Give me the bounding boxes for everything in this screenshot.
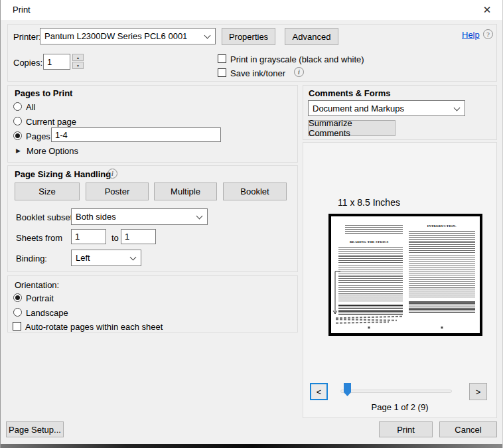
current-page-radio[interactable] [13, 117, 22, 125]
poster-button[interactable]: Poster [86, 183, 149, 200]
dialog-title: Print [13, 5, 31, 15]
stepper-up-icon[interactable]: ▲ [72, 54, 84, 61]
page-setup-button[interactable]: Page Setup... [6, 421, 64, 437]
title-bar: Print ✕ [1, 0, 503, 20]
copies-stepper: ▲ ▼ [72, 54, 84, 69]
printer-select[interactable]: Pantum L2300DW Series PCL6 0001 [40, 28, 216, 44]
sheets-from-input[interactable] [71, 229, 106, 244]
copies-input[interactable] [43, 54, 70, 70]
preview-text-lines [409, 277, 476, 299]
help-link[interactable]: Help [462, 30, 480, 40]
to-label: to [111, 233, 119, 243]
printer-panel: Printer: Pantum L2300DW Series PCL6 0001… [7, 24, 497, 82]
binding-select[interactable]: Left [71, 250, 141, 266]
preview-text-lines [338, 285, 403, 303]
advanced-button[interactable]: Advanced [285, 28, 338, 45]
binding-label: Binding: [16, 254, 47, 263]
comments-forms-value: Document and Markups [313, 104, 404, 113]
pages-label: Pages [26, 131, 50, 141]
previous-page-button[interactable]: < [310, 383, 328, 400]
print-dialog: Print ✕ Printer: Pantum L2300DW Series P… [0, 0, 503, 448]
comments-forms-select[interactable]: Document and Markups [308, 100, 465, 116]
all-radio[interactable] [13, 102, 22, 111]
preview-text-lines [409, 256, 476, 275]
printer-label: Printer: [13, 32, 41, 42]
page-preview-thumbnail: READING THE STOICS INTRODUCTION. [328, 214, 482, 336]
chevron-down-icon [454, 105, 461, 112]
preview-text-lines [338, 247, 403, 263]
orientation-panel: Orientation: Portrait Landscape Auto-rot… [7, 275, 298, 333]
save-ink-label: Save ink/toner [230, 68, 285, 78]
summarize-comments-button[interactable]: Summarize Comments [308, 120, 395, 136]
close-icon[interactable]: ✕ [478, 2, 496, 18]
pages-to-print-title: Pages to Print [15, 88, 72, 98]
current-page-label: Current page [26, 117, 76, 127]
pages-to-print-panel: Pages to Print All Current page Pages ▶ … [7, 85, 298, 163]
comments-forms-title: Comments & Forms [309, 88, 391, 98]
autorotate-checkbox[interactable] [13, 322, 21, 331]
stepper-down-icon[interactable]: ▼ [72, 62, 84, 69]
preview-footnote-lines [338, 305, 403, 315]
booklet-subset-select[interactable]: Both sides [71, 208, 208, 225]
chevron-down-icon [204, 33, 211, 39]
grayscale-checkbox[interactable] [218, 54, 226, 63]
portrait-radio[interactable] [13, 293, 22, 302]
page-number-mark [441, 327, 443, 329]
landscape-radio[interactable] [13, 308, 22, 317]
sheets-to-input[interactable] [121, 229, 156, 244]
more-options-label[interactable]: More Options [27, 146, 78, 156]
booklet-button[interactable]: Booklet [223, 183, 287, 200]
sheets-from-label: Sheets from [16, 233, 62, 243]
chevron-down-icon [130, 254, 137, 261]
next-page-button[interactable]: > [469, 383, 487, 400]
autorotate-label: Auto-rotate pages within each sheet [25, 322, 163, 332]
booklet-subset-label: Booklet subset: [16, 212, 75, 222]
preview-text-lines [409, 231, 476, 254]
cancel-button[interactable]: Cancel [439, 421, 497, 437]
more-options-arrow-icon[interactable]: ▶ [16, 147, 21, 154]
preview-right-page: INTRODUCTION. [409, 222, 476, 329]
info-icon: i [108, 169, 117, 179]
size-button[interactable]: Size [15, 183, 80, 200]
page-number-mark [368, 327, 370, 329]
binding-value: Left [76, 253, 90, 263]
markup-arrow-annotation [332, 270, 342, 322]
comments-forms-panel: Comments & Forms Document and Markups Su… [303, 85, 497, 140]
page-status: Page 1 of 2 (9) [303, 402, 497, 412]
landscape-label: Landscape [26, 308, 68, 318]
paper-size-label: 11 x 8.5 Inches [338, 197, 400, 208]
printer-select-value: Pantum L2300DW Series PCL6 0001 [44, 31, 187, 41]
grayscale-label: Print in grayscale (black and white) [230, 54, 364, 64]
copies-label: Copies: [13, 58, 42, 68]
preview-left-page: READING THE STOICS [336, 222, 403, 329]
page-sizing-panel: Page Sizing & Handling i Size Poster Mul… [7, 165, 298, 272]
info-icon: i [294, 67, 304, 77]
pages-radio[interactable] [13, 131, 22, 140]
booklet-subset-value: Both sides [76, 212, 116, 222]
properties-button[interactable]: Properties [222, 28, 275, 45]
page-sizing-title: Page Sizing & Handling [15, 169, 111, 179]
preview-right-heading: INTRODUCTION. [409, 224, 476, 228]
portrait-label: Portrait [26, 293, 54, 303]
window-bottom-edge [1, 444, 503, 448]
preview-text-lines [345, 225, 403, 235]
preview-footnote-lines [409, 301, 476, 313]
save-ink-checkbox[interactable] [218, 68, 226, 77]
preview-left-heading: READING THE STOICS [336, 240, 403, 244]
multiple-button[interactable]: Multiple [154, 183, 217, 200]
page-slider-track[interactable] [340, 390, 452, 393]
chevron-down-icon [196, 213, 203, 220]
pages-range-input[interactable] [51, 127, 221, 142]
preview-text-lines [338, 265, 403, 283]
handwritten-annotation [336, 317, 403, 323]
orientation-title: Orientation: [15, 280, 59, 290]
help-icon[interactable]: ? [483, 29, 493, 39]
print-button[interactable]: Print [379, 421, 433, 437]
all-label: All [26, 102, 35, 112]
